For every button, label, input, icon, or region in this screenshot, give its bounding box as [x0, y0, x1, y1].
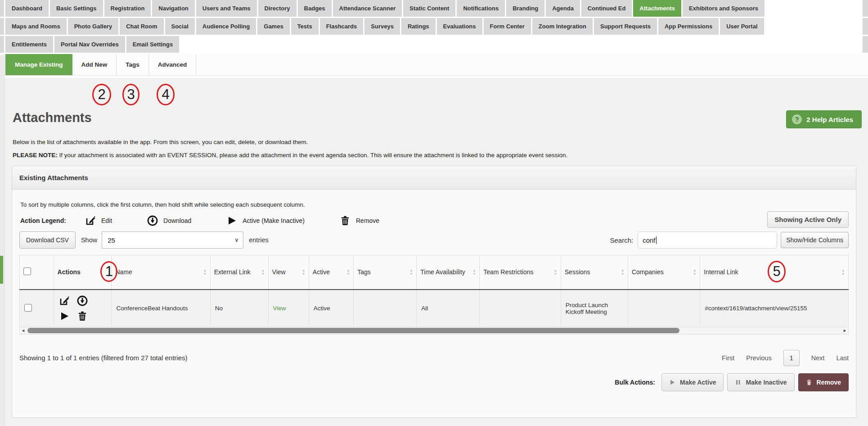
- tab-attendance-scanner[interactable]: Attendance Scanner: [333, 0, 402, 17]
- pagination-previous[interactable]: Previous: [746, 354, 771, 362]
- play-icon[interactable]: [59, 311, 70, 322]
- tab-photo-gallery[interactable]: Photo Gallery: [68, 18, 119, 35]
- tab-tests[interactable]: Tests: [291, 18, 319, 35]
- tab-directory[interactable]: Directory: [258, 0, 297, 17]
- scroll-right-icon[interactable]: ►: [841, 328, 848, 333]
- action-legend: Action Legend: Edit Download: [20, 215, 849, 226]
- cell-time-availability: All: [417, 290, 480, 327]
- tab-entitlements[interactable]: Entitlements: [5, 36, 53, 53]
- bulk-actions-label: Bulk Actions:: [615, 379, 655, 386]
- legend-remove: Remove: [340, 215, 379, 226]
- nav-right-stub: [863, 18, 868, 35]
- column-view[interactable]: View▲▼: [268, 255, 309, 290]
- trash-icon[interactable]: [77, 311, 88, 322]
- tab-portal-nav-overrides[interactable]: Portal Nav Overrides: [54, 36, 125, 53]
- tab-notifications[interactable]: Notifications: [457, 0, 505, 17]
- attachments-subtabs: Manage Existing Add New Tags Advanced: [0, 54, 868, 76]
- tab-exhibitors-and-sponsors[interactable]: Exhibitors and Sponsors: [683, 0, 765, 17]
- pagination-first[interactable]: First: [722, 354, 734, 362]
- tab-app-permissions[interactable]: App Permissions: [658, 18, 719, 35]
- help-articles-button[interactable]: ? 2 Help Articles: [786, 110, 862, 128]
- search-cluster: Search: conf Show/Hide Columns: [610, 231, 849, 249]
- tab-evaluations[interactable]: Evaluations: [437, 18, 482, 35]
- download-csv-button[interactable]: Download CSV: [19, 231, 76, 249]
- tab-surveys[interactable]: Surveys: [364, 18, 400, 35]
- sort-icon: ▲▼: [203, 268, 207, 276]
- tab-games[interactable]: Games: [257, 18, 289, 35]
- legend-download: Download: [147, 215, 191, 226]
- show-hide-columns-button[interactable]: Show/Hide Columns: [781, 232, 849, 248]
- tab-registration[interactable]: Registration: [104, 0, 151, 17]
- attachments-table: Actions 1 Name▲▼ External Link▲▼ View▲▼ …: [19, 255, 849, 327]
- tab-static-content[interactable]: Static Content: [403, 0, 455, 17]
- tab-zoom-integration[interactable]: Zoom Integration: [532, 18, 593, 35]
- tab-continued-ed[interactable]: Continued Ed: [581, 0, 632, 17]
- subtab-tags[interactable]: Tags: [117, 54, 149, 75]
- row-checkbox[interactable]: [24, 304, 32, 312]
- column-tags[interactable]: Tags▲▼: [354, 255, 417, 290]
- scrollbar-thumb[interactable]: [27, 328, 679, 333]
- column-external-link[interactable]: External Link▲▼: [210, 255, 268, 290]
- callout-circle-2: 2: [92, 84, 111, 105]
- bulk-remove-button[interactable]: Remove: [798, 373, 849, 391]
- edit-icon[interactable]: [59, 295, 70, 306]
- download-icon[interactable]: [77, 295, 88, 306]
- search-input[interactable]: conf: [638, 231, 777, 249]
- tab-chat-room[interactable]: Chat Room: [120, 18, 163, 35]
- column-team-restrictions[interactable]: Team Restrictions▲▼: [480, 255, 561, 290]
- tab-social[interactable]: Social: [165, 18, 195, 35]
- tab-navigation[interactable]: Navigation: [152, 0, 194, 17]
- sort-icon: ▲▼: [841, 268, 845, 276]
- entries-per-page-select[interactable]: 25 ∨: [102, 231, 243, 249]
- make-active-button[interactable]: Make Active: [661, 373, 724, 391]
- legend-remove-label: Remove: [356, 217, 379, 224]
- tab-basic-settings[interactable]: Basic Settings: [50, 0, 103, 17]
- cell-view: View: [268, 290, 309, 327]
- intro-text: Below is the list of attachments availab…: [13, 139, 856, 145]
- pagination-last[interactable]: Last: [837, 354, 849, 362]
- select-all-checkbox[interactable]: [23, 267, 31, 275]
- cell-tags: [354, 290, 417, 327]
- tab-ratings[interactable]: Ratings: [401, 18, 436, 35]
- subtab-add-new[interactable]: Add New: [72, 54, 117, 75]
- column-companies[interactable]: Companies▲▼: [628, 255, 700, 290]
- sort-icon: ▲▼: [621, 268, 625, 276]
- tab-user-portal[interactable]: User Portal: [720, 18, 764, 35]
- tab-audience-polling[interactable]: Audience Polling: [196, 18, 256, 35]
- subtab-advanced[interactable]: Advanced: [149, 54, 197, 75]
- tab-flashcards[interactable]: Flashcards: [320, 18, 364, 35]
- make-inactive-button[interactable]: Make Inactive: [727, 373, 794, 391]
- tab-email-settings[interactable]: Email Settings: [126, 36, 180, 53]
- column-internal-link[interactable]: Internal Link 5 ▲▼: [700, 255, 849, 290]
- tab-branding[interactable]: Branding: [506, 0, 544, 17]
- view-link[interactable]: View: [273, 305, 286, 312]
- column-time-availability[interactable]: Time Availability▲▼: [417, 255, 480, 290]
- tab-attachments[interactable]: Attachments: [633, 0, 681, 17]
- tab-agenda[interactable]: Agenda: [546, 0, 580, 17]
- scroll-left-icon[interactable]: ◄: [20, 328, 27, 333]
- subtab-manage-existing[interactable]: Manage Existing: [5, 54, 72, 75]
- tab-dashboard[interactable]: Dashboard: [5, 0, 49, 17]
- showing-active-only-button[interactable]: Showing Active Only: [767, 211, 849, 228]
- nav-row-1: Dashboard Basic Settings Registration Na…: [0, 0, 868, 17]
- tab-form-center[interactable]: Form Center: [484, 18, 531, 35]
- pagination-next[interactable]: Next: [811, 354, 825, 362]
- tab-maps-and-rooms[interactable]: Maps and Rooms: [5, 18, 67, 35]
- scrollbar-track[interactable]: [27, 327, 841, 334]
- column-name[interactable]: Name▲▼: [112, 255, 210, 290]
- tab-badges[interactable]: Badges: [298, 0, 332, 17]
- legend-active-label: Active (Make Inactive): [243, 217, 305, 224]
- trash-icon: [340, 215, 351, 226]
- tab-support-requests[interactable]: Support Requests: [594, 18, 657, 35]
- action-legend-label: Action Legend:: [20, 217, 66, 224]
- column-active[interactable]: Active▲▼: [309, 255, 353, 290]
- column-sessions[interactable]: Sessions▲▼: [561, 255, 628, 290]
- legend-download-label: Download: [163, 217, 191, 224]
- bulk-actions: Bulk Actions: Make Active Make Inactive: [19, 373, 849, 391]
- chevron-down-icon: ∨: [234, 237, 238, 243]
- pagination-page-1[interactable]: 1: [783, 350, 800, 366]
- make-active-label: Make Active: [680, 379, 716, 386]
- tab-users-and-teams[interactable]: Users and Teams: [196, 0, 257, 17]
- horizontal-scrollbar[interactable]: ◄ ►: [19, 327, 849, 335]
- nav-left-stub: [0, 36, 4, 53]
